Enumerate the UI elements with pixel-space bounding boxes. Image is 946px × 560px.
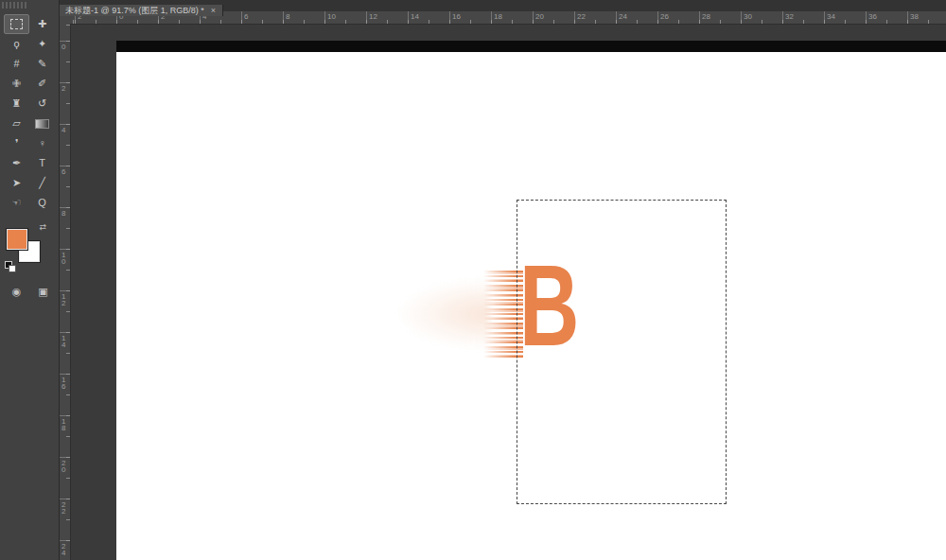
ruler-v-label: 1 0 [59,249,70,265]
quick-selection-tool-icon: ✦ [38,39,46,49]
quick-mask-button[interactable]: ◉ [9,285,25,298]
brush-tool-icon: ✐ [38,79,46,89]
toolbar-bottom-buttons: ◉▣ [9,285,59,298]
ruler-v-label: 2 [59,82,70,92]
ruler-h-label: 12 [366,11,377,25]
ruler-h-label: 10 [324,11,336,25]
zoom-tool-icon: Q [38,198,46,208]
ruler-h-label: 26 [657,11,669,25]
photoshop-window: 未标题-1 @ 91.7% (图层 1, RGB/8) * × ✚ϙ✦#✎✙✐♜… [0,0,946,560]
brush-tool-button[interactable]: ✐ [29,74,55,94]
path-selection-tool-button[interactable]: ➤ [4,173,29,193]
ruler-v-label: 8 [59,207,70,217]
gradient-tool-button[interactable] [29,114,55,133]
selection-marquee [517,200,727,504]
canvas-top-strip [116,41,946,52]
blur-tool-icon: ❜ [15,138,19,149]
ruler-h-label: 28 [699,11,710,25]
eyedropper-tool-button[interactable]: ✎ [29,54,55,74]
default-colors-icon[interactable] [5,261,15,271]
ruler-h-label: 14 [408,11,419,25]
ruler-h-label: 6 [241,11,248,25]
foreground-swatch[interactable] [7,229,27,250]
ruler-v-label: 1 2 [59,290,70,306]
history-brush-tool-icon: ↺ [38,98,46,109]
ruler-h-label: 20 [533,11,544,25]
screen-mode-button[interactable]: ▣ [35,285,51,298]
ruler-v-label: 2 4 [59,540,70,556]
toolbar-grip[interactable] [2,2,28,9]
lasso-tool-button[interactable]: ϙ [4,34,29,54]
ruler-v-label: 1 6 [59,374,70,390]
canvas-viewport[interactable]: B [70,24,946,560]
type-tool-icon: T [39,158,45,168]
gradient-tool-icon [35,119,49,129]
document-tab[interactable]: 未标题-1 @ 91.7% (图层 1, RGB/8) * × [59,5,223,16]
dodge-tool-button[interactable]: ♀ [29,133,55,153]
crop-tool-button[interactable]: # [4,54,29,74]
spot-healing-brush-tool-button[interactable]: ✙ [4,74,29,94]
ruler-h-label: 38 [907,11,919,25]
ruler-h-label: 32 [782,11,794,25]
lasso-tool-icon: ϙ [13,39,19,49]
ruler-h-label: 36 [866,11,877,25]
ruler-v-label: 1 4 [59,332,70,348]
ruler-vertical[interactable]: 024681 01 21 41 61 82 02 22 4 [59,24,71,560]
ruler-v-label: 2 2 [59,499,70,515]
rectangular-marquee-tool-button[interactable] [4,14,29,34]
type-tool-button[interactable]: T [29,153,55,173]
clone-stamp-tool-icon: ♜ [12,98,22,109]
tab-close-icon[interactable]: × [211,5,216,16]
document-tab-title: 未标题-1 @ 91.7% (图层 1, RGB/8) * [65,5,204,16]
clone-stamp-tool-button[interactable]: ♜ [4,94,29,114]
move-tool-button[interactable]: ✚ [29,14,55,34]
ruler-h-label: 8 [283,11,289,25]
swap-colors-icon[interactable]: ⇄ [39,222,46,232]
ruler-h-label: 22 [574,11,586,25]
quick-selection-tool-button[interactable]: ✦ [29,34,55,54]
ruler-h-label: 30 [741,11,752,25]
eraser-tool-button[interactable]: ▱ [4,114,29,133]
spot-healing-brush-tool-icon: ✙ [12,79,21,89]
tab-bar: 未标题-1 @ 91.7% (图层 1, RGB/8) * × [59,0,946,11]
path-selection-tool-icon: ➤ [12,178,21,188]
hand-tool-icon: ☜ [12,198,22,208]
document-canvas[interactable]: B [116,41,946,560]
eyedropper-tool-icon: ✎ [38,59,46,69]
color-swatches: ⇄ [7,224,46,264]
line-tool-button[interactable]: ╱ [29,173,55,193]
screen-mode-icon: ▣ [38,287,47,297]
dodge-tool-icon: ♀ [38,138,45,149]
ruler-h-label: 18 [491,11,502,25]
line-tool-icon: ╱ [39,178,45,188]
ruler-v-label: 0 [59,41,70,50]
ruler-v-label: 1 8 [59,415,70,431]
eraser-tool-icon: ▱ [12,118,20,129]
tool-grid: ✚ϙ✦#✎✙✐♜↺▱❜♀✒T➤╱☜Q [4,14,55,213]
rectangular-marquee-tool-icon [10,19,23,29]
ruler-v-label: 6 [59,166,70,175]
blur-tool-button[interactable]: ❜ [4,133,29,153]
default-background-mini [9,265,16,272]
smudge-faint [398,279,489,349]
zoom-tool-button[interactable]: Q [29,193,55,213]
ruler-v-label: 2 0 [59,457,70,473]
tools-panel: ✚ϙ✦#✎✙✐♜↺▱❜♀✒T➤╱☜Q ⇄ ◉▣ [0,0,60,560]
ruler-v-label: 4 [59,124,70,133]
pen-tool-button[interactable]: ✒ [4,153,29,173]
crop-tool-icon: # [13,59,19,69]
quick-mask-icon: ◉ [12,287,22,297]
ruler-h-label: 16 [449,11,461,25]
pen-tool-icon: ✒ [12,158,21,168]
hand-tool-button[interactable]: ☜ [4,193,29,213]
move-tool-icon: ✚ [38,19,46,29]
history-brush-tool-button[interactable]: ↺ [29,94,55,114]
ruler-h-label: 34 [824,11,835,25]
ruler-h-label: 24 [616,11,627,25]
